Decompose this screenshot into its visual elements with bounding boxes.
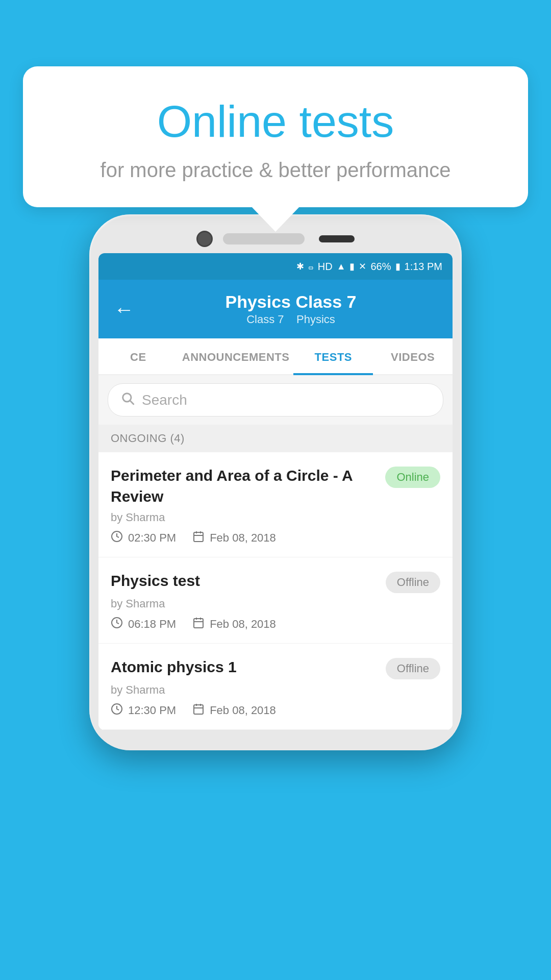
clock: 1:13 PM — [405, 261, 442, 273]
test-author: by Sharma — [111, 683, 440, 697]
app-bar-title: Physics Class 7 — [144, 292, 437, 312]
time-value: 12:30 PM — [128, 704, 176, 717]
tooltip-title: Online tests — [54, 97, 497, 146]
test-date: Feb 08, 2018 — [192, 703, 276, 718]
tests-list: Perimeter and Area of a Circle - A Revie… — [98, 452, 453, 730]
test-status-badge: Offline — [386, 572, 440, 593]
signal-icon: ▮ — [349, 261, 355, 272]
vibrate-icon: ⏛ — [308, 261, 314, 272]
test-time: 06:18 PM — [111, 617, 176, 632]
hd-label: HD — [318, 261, 333, 273]
tooltip-subtitle: for more practice & better performance — [54, 159, 497, 182]
subtitle-class: Class 7 — [246, 313, 284, 326]
wifi-icon: ▲ — [337, 261, 346, 272]
tab-announcements[interactable]: ANNOUNCEMENTS — [178, 339, 294, 375]
test-status-badge: Offline — [386, 658, 440, 679]
date-value: Feb 08, 2018 — [210, 618, 276, 631]
svg-rect-3 — [194, 532, 203, 542]
clock-icon — [111, 703, 123, 718]
phone-camera — [196, 231, 213, 247]
battery-percent: 66% — [370, 261, 391, 273]
time-value: 02:30 PM — [128, 531, 176, 545]
test-meta: 12:30 PM Feb 08, 2018 — [111, 703, 440, 718]
search-placeholder: Search — [142, 392, 187, 408]
tab-videos[interactable]: VIDEOS — [373, 339, 453, 375]
calendar-icon — [192, 617, 205, 632]
time-value: 06:18 PM — [128, 618, 176, 631]
x-icon: ✕ — [359, 261, 366, 272]
phone-home-bar — [319, 235, 355, 242]
battery-icon: ▮ — [395, 261, 400, 272]
bluetooth-icon: ✱ — [296, 261, 304, 272]
test-title: Physics test — [111, 571, 378, 592]
tab-ce[interactable]: CE — [98, 339, 178, 375]
test-date: Feb 08, 2018 — [192, 617, 276, 632]
test-title: Perimeter and Area of a Circle - A Revie… — [111, 465, 377, 507]
app-bar-center: Physics Class 7 Class 7 Physics — [144, 292, 437, 326]
date-value: Feb 08, 2018 — [210, 531, 276, 545]
test-item[interactable]: Physics test Offline by Sharma 06:18 PM — [98, 557, 453, 644]
search-icon — [120, 391, 135, 409]
subtitle-subject: Physics — [296, 313, 335, 326]
status-bar-icons: ✱ ⏛ HD ▲ ▮ ✕ 66% ▮ 1:13 PM — [296, 261, 442, 273]
test-date: Feb 08, 2018 — [192, 530, 276, 546]
test-meta: 02:30 PM Feb 08, 2018 — [111, 530, 440, 546]
test-time: 02:30 PM — [111, 530, 176, 546]
test-author: by Sharma — [111, 597, 440, 610]
phone-speaker — [223, 233, 305, 244]
test-author: by Sharma — [111, 511, 440, 524]
date-value: Feb 08, 2018 — [210, 704, 276, 717]
search-bar-wrap: Search — [98, 375, 453, 425]
phone-mockup: ✱ ⏛ HD ▲ ▮ ✕ 66% ▮ 1:13 PM ← Physics Cla… — [89, 214, 462, 750]
app-bar-subtitle: Class 7 Physics — [144, 313, 437, 326]
test-item[interactable]: Atomic physics 1 Offline by Sharma 12:30… — [98, 644, 453, 730]
search-bar[interactable]: Search — [108, 383, 443, 416]
svg-rect-8 — [194, 619, 203, 628]
back-button[interactable]: ← — [114, 299, 134, 320]
clock-icon — [111, 530, 123, 546]
svg-rect-13 — [194, 705, 203, 714]
status-bar: ✱ ⏛ HD ▲ ▮ ✕ 66% ▮ 1:13 PM — [98, 253, 453, 280]
app-bar: ← Physics Class 7 Class 7 Physics — [98, 280, 453, 338]
tooltip-card: Online tests for more practice & better … — [23, 66, 528, 207]
test-title: Atomic physics 1 — [111, 657, 378, 678]
test-status-badge: Online — [385, 467, 440, 488]
calendar-icon — [192, 530, 205, 546]
svg-line-1 — [130, 401, 133, 404]
test-time: 12:30 PM — [111, 703, 176, 718]
test-meta: 06:18 PM Feb 08, 2018 — [111, 617, 440, 632]
section-header: ONGOING (4) — [98, 425, 453, 452]
tab-tests[interactable]: TESTS — [293, 339, 373, 375]
phone-screen: ✱ ⏛ HD ▲ ▮ ✕ 66% ▮ 1:13 PM ← Physics Cla… — [98, 253, 453, 730]
tab-bar: CE ANNOUNCEMENTS TESTS VIDEOS — [98, 338, 453, 375]
calendar-icon — [192, 703, 205, 718]
clock-icon — [111, 617, 123, 632]
phone-bottom — [98, 730, 453, 741]
test-item[interactable]: Perimeter and Area of a Circle - A Revie… — [98, 452, 453, 557]
